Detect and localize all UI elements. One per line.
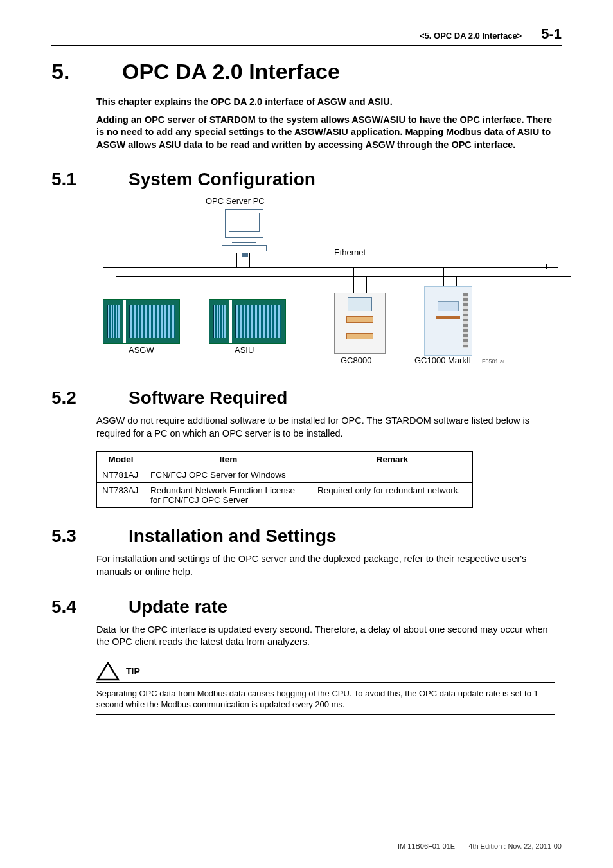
asiu-device-icon: [209, 299, 286, 344]
chapter-number: 5.: [51, 59, 122, 84]
tip-block: TIP Separating OPC data from Modbus data…: [96, 662, 555, 715]
tip-body: Separating OPC data from Modbus data cau…: [96, 687, 555, 715]
table-row: NT781AJ FCN/FCJ OPC Server for Windows: [97, 467, 473, 483]
tip-label: TIP: [126, 666, 140, 676]
section-5-3-para: For installation and settings of the OPC…: [96, 553, 555, 578]
page-header: <5. OPC DA 2.0 Interface> 5-1: [51, 26, 562, 46]
opc-server-pc-icon: [225, 209, 263, 238]
page-footer: IM 11B06F01-01E 4th Edition : Nov. 22, 2…: [51, 838, 562, 850]
section-5-2-para: ASGW do not require additional software …: [96, 415, 555, 440]
section-title: Installation and Settings: [129, 526, 337, 547]
cell-item: FCN/FCJ OPC Server for Windows: [145, 467, 312, 483]
figure-label-opc-pc: OPC Server PC: [206, 196, 265, 206]
chapter-title: OPC DA 2.0 Interface: [122, 59, 340, 84]
table-header-row: Model Item Remark: [97, 452, 473, 467]
section-title: System Configuration: [129, 169, 315, 190]
footer-edition: 4th Edition : Nov. 22, 2011-00: [468, 842, 562, 850]
warning-triangle-icon: [96, 662, 120, 681]
section-5-4-heading: 5.4 Update rate: [51, 597, 562, 617]
svg-marker-0: [98, 663, 118, 680]
opc-server-pc-base-icon: [222, 245, 267, 251]
cell-item: Redundant Network Function License for F…: [145, 483, 312, 508]
header-chapter-ref: <5. OPC DA 2.0 Interface>: [420, 31, 522, 41]
intro-para-1: This chapter explains the OPC DA 2.0 int…: [96, 96, 555, 109]
gc1000-device-icon: [424, 286, 472, 356]
cell-remark: Required only for redundant network.: [312, 483, 473, 508]
table-row: NT783AJ Redundant Network Function Licen…: [97, 483, 473, 508]
section-title: Update rate: [129, 597, 227, 617]
section-5-1-heading: 5.1 System Configuration: [51, 169, 562, 190]
section-5-4-para: Data for the OPC interface is updated ev…: [96, 624, 555, 649]
software-required-table: Model Item Remark NT781AJ FCN/FCJ OPC Se…: [96, 451, 473, 508]
figure-label-gc8000: GC8000: [341, 356, 371, 365]
figure-label-asiu: ASIU: [235, 345, 254, 355]
section-number: 5.2: [51, 388, 129, 408]
th-remark: Remark: [312, 452, 473, 467]
figure-label-ethernet: Ethernet: [334, 248, 366, 257]
asgw-device-icon: [103, 299, 180, 344]
th-model: Model: [97, 452, 145, 467]
figure-id: F0501.ai: [482, 358, 504, 365]
section-5-3-heading: 5.3 Installation and Settings: [51, 526, 562, 547]
th-item: Item: [145, 452, 312, 467]
figure-label-asgw: ASGW: [129, 345, 154, 355]
cell-remark: [312, 467, 473, 483]
section-title: Software Required: [129, 388, 287, 408]
header-page-number: 5-1: [541, 26, 562, 42]
section-number: 5.4: [51, 597, 129, 617]
gc8000-device-icon: [334, 293, 386, 354]
chapter-heading: 5. OPC DA 2.0 Interface: [51, 59, 562, 84]
figure-label-gc1000: GC1000 MarkII: [414, 356, 471, 365]
cell-model: NT783AJ: [97, 483, 145, 508]
intro-para-2: Adding an OPC server of STARDOM to the s…: [96, 114, 555, 152]
cell-model: NT781AJ: [97, 467, 145, 483]
section-number: 5.3: [51, 526, 129, 547]
page-container: <5. OPC DA 2.0 Interface> 5-1 5. OPC DA …: [0, 0, 613, 734]
section-number: 5.1: [51, 169, 129, 190]
system-config-figure: OPC Server PC Ethernet ASGW: [96, 196, 562, 370]
footer-doc-id: IM 11B06F01-01E: [398, 842, 455, 850]
section-5-2-heading: 5.2 Software Required: [51, 388, 562, 408]
